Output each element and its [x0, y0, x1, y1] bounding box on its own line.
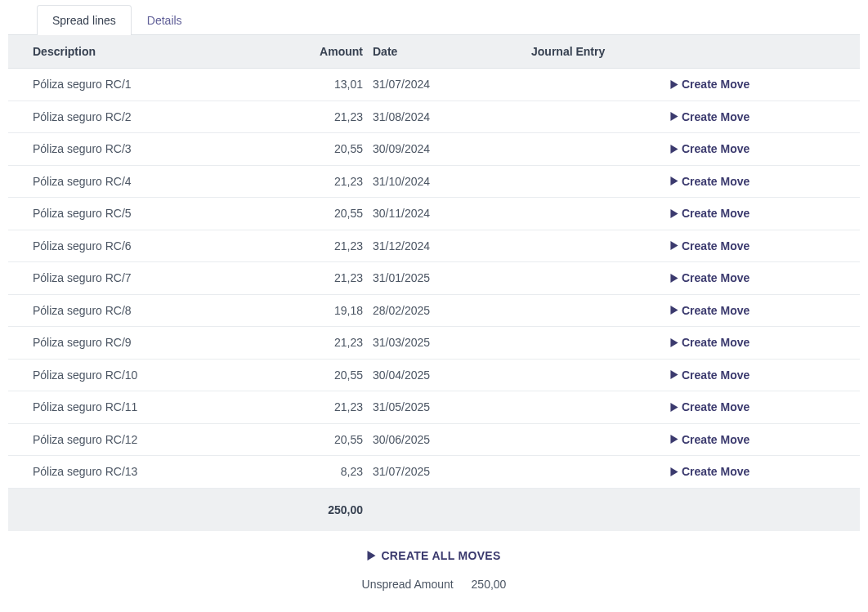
cell-description: Póliza seguro RC/13 — [8, 456, 286, 489]
play-icon — [670, 145, 678, 154]
create-move-button[interactable]: Create Move — [670, 78, 749, 91]
create-move-button[interactable]: Create Move — [670, 271, 749, 284]
create-move-label: Create Move — [682, 207, 749, 220]
table-row: Póliza seguro RC/819,1828/02/2025Create … — [8, 294, 860, 327]
footer-actions: CREATE ALL MOVES — [8, 531, 860, 570]
cell-action: Create Move — [670, 198, 860, 230]
cell-action: Create Move — [670, 165, 860, 198]
cell-journal-entry — [523, 230, 670, 262]
cell-amount: 20,55 — [286, 133, 368, 166]
cell-action: Create Move — [670, 262, 860, 295]
cell-description: Póliza seguro RC/11 — [8, 391, 286, 424]
cell-journal-entry — [523, 101, 670, 133]
play-icon — [670, 176, 678, 185]
header-date: Date — [368, 35, 523, 69]
play-icon — [670, 306, 678, 315]
cell-amount: 20,55 — [286, 359, 368, 391]
total-amount: 250,00 — [286, 488, 368, 531]
create-move-button[interactable]: Create Move — [670, 110, 749, 123]
cell-amount: 13,01 — [286, 69, 368, 101]
cell-date: 30/06/2025 — [368, 423, 523, 456]
play-icon — [670, 80, 678, 89]
create-move-button[interactable]: Create Move — [670, 369, 749, 382]
table-row: Póliza seguro RC/721,2331/01/2025Create … — [8, 262, 860, 295]
create-move-label: Create Move — [682, 433, 749, 446]
table-row: Póliza seguro RC/113,0131/07/2024Create … — [8, 69, 860, 101]
cell-journal-entry — [523, 327, 670, 360]
tab-details[interactable]: Details — [132, 5, 198, 35]
create-move-button[interactable]: Create Move — [670, 336, 749, 349]
create-move-button[interactable]: Create Move — [670, 433, 749, 446]
cell-description: Póliza seguro RC/8 — [8, 294, 286, 327]
cell-journal-entry — [523, 198, 670, 230]
cell-journal-entry — [523, 423, 670, 456]
tabs: Spread lines Details — [8, 0, 860, 35]
create-move-button[interactable]: Create Move — [670, 142, 749, 155]
cell-date: 30/04/2025 — [368, 359, 523, 391]
cell-action: Create Move — [670, 391, 860, 424]
table-row: Póliza seguro RC/1020,5530/04/2025Create… — [8, 359, 860, 391]
create-move-label: Create Move — [682, 271, 749, 284]
create-move-button[interactable]: Create Move — [670, 175, 749, 188]
create-move-button[interactable]: Create Move — [670, 400, 749, 413]
cell-date: 31/07/2025 — [368, 456, 523, 489]
create-move-label: Create Move — [682, 369, 749, 382]
create-move-button[interactable]: Create Move — [670, 465, 749, 478]
create-move-label: Create Move — [682, 142, 749, 155]
cell-description: Póliza seguro RC/10 — [8, 359, 286, 391]
cell-action: Create Move — [670, 327, 860, 360]
table-row: Póliza seguro RC/1121,2331/05/2025Create… — [8, 391, 860, 424]
header-action — [670, 35, 860, 69]
cell-action: Create Move — [670, 456, 860, 489]
unspread-amount-row: Unspread Amount 250,00 — [8, 570, 860, 602]
cell-amount: 20,55 — [286, 423, 368, 456]
cell-date: 30/09/2024 — [368, 133, 523, 166]
cell-action: Create Move — [670, 101, 860, 133]
cell-date: 31/10/2024 — [368, 165, 523, 198]
table-row: Póliza seguro RC/221,2331/08/2024Create … — [8, 101, 860, 133]
tab-spread-lines[interactable]: Spread lines — [37, 5, 132, 35]
play-icon — [670, 241, 678, 250]
play-icon — [670, 112, 678, 121]
cell-date: 31/08/2024 — [368, 101, 523, 133]
cell-date: 31/03/2025 — [368, 327, 523, 360]
create-move-label: Create Move — [682, 78, 749, 91]
table-row: Póliza seguro RC/621,2331/12/2024Create … — [8, 230, 860, 262]
cell-action: Create Move — [670, 69, 860, 101]
cell-journal-entry — [523, 165, 670, 198]
create-move-button[interactable]: Create Move — [670, 304, 749, 317]
header-amount: Amount — [286, 35, 368, 69]
play-icon — [670, 370, 678, 379]
cell-action: Create Move — [670, 423, 860, 456]
cell-action: Create Move — [670, 133, 860, 166]
cell-journal-entry — [523, 69, 670, 101]
cell-description: Póliza seguro RC/6 — [8, 230, 286, 262]
cell-description: Póliza seguro RC/4 — [8, 165, 286, 198]
cell-date: 31/01/2025 — [368, 262, 523, 295]
table-row: Póliza seguro RC/921,2331/03/2025Create … — [8, 327, 860, 360]
table-row: Póliza seguro RC/520,5530/11/2024Create … — [8, 198, 860, 230]
cell-description: Póliza seguro RC/1 — [8, 69, 286, 101]
create-move-label: Create Move — [682, 400, 749, 413]
cell-description: Póliza seguro RC/2 — [8, 101, 286, 133]
cell-date: 31/07/2024 — [368, 69, 523, 101]
table-row: Póliza seguro RC/1220,5530/06/2025Create… — [8, 423, 860, 456]
create-move-button[interactable]: Create Move — [670, 239, 749, 252]
create-move-label: Create Move — [682, 239, 749, 252]
header-journal-entry: Journal Entry — [523, 35, 670, 69]
unspread-amount-label: Unspread Amount — [362, 578, 454, 591]
cell-action: Create Move — [670, 294, 860, 327]
unspread-amount-value: 250,00 — [472, 578, 507, 591]
create-all-moves-button[interactable]: CREATE ALL MOVES — [367, 549, 500, 562]
play-icon — [670, 209, 678, 218]
play-icon — [670, 467, 678, 476]
cell-amount: 21,23 — [286, 101, 368, 133]
cell-date: 30/11/2024 — [368, 198, 523, 230]
header-description: Description — [8, 35, 286, 69]
create-move-button[interactable]: Create Move — [670, 207, 749, 220]
cell-description: Póliza seguro RC/3 — [8, 133, 286, 166]
create-move-label: Create Move — [682, 110, 749, 123]
cell-journal-entry — [523, 359, 670, 391]
cell-action: Create Move — [670, 230, 860, 262]
play-icon — [670, 338, 678, 347]
